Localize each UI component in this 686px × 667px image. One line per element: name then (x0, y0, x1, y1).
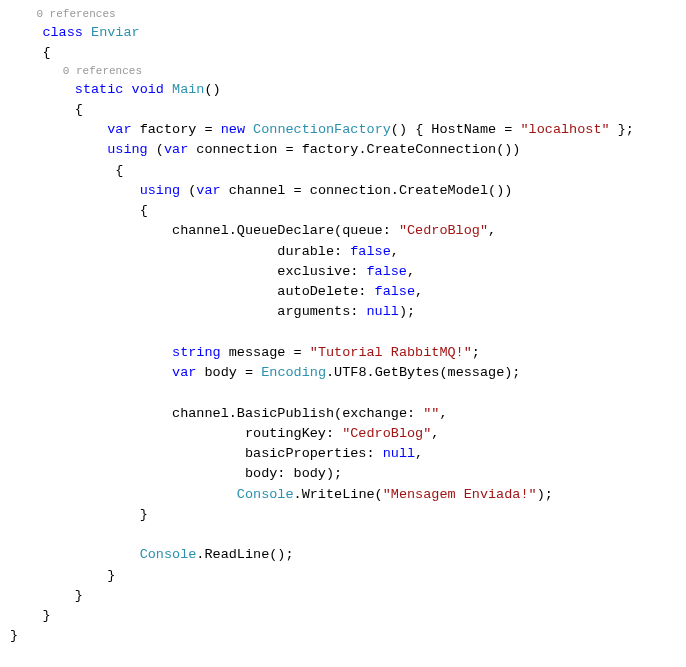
dot: . (367, 365, 375, 380)
code-line[interactable]: class Enviar (10, 23, 686, 43)
id-exclusive: exclusive (277, 264, 350, 279)
codelens-class[interactable]: 0 references (10, 6, 686, 23)
code-line[interactable]: using (var channel = connection.CreateMo… (10, 181, 686, 201)
comma: , (415, 446, 423, 461)
closer: (); (269, 547, 293, 562)
type-console: Console (237, 487, 294, 502)
string-cedro: "CedroBlog" (342, 426, 431, 441)
code-line[interactable]: Console.WriteLine("Mensagem Enviada!"); (10, 485, 686, 505)
code-line[interactable]: exclusive: false, (10, 262, 686, 282)
comma: , (415, 284, 423, 299)
method-main: Main (172, 82, 204, 97)
id-conn: connection (310, 183, 391, 198)
colon: : (383, 223, 399, 238)
eq: = (204, 122, 212, 137)
type-enviar: Enviar (91, 25, 140, 40)
code-line[interactable]: basicProperties: null, (10, 444, 686, 464)
code-line[interactable]: string message = "Tutorial RabbitMQ!"; (10, 343, 686, 363)
keyword-using: using (140, 183, 181, 198)
id-qdecl: QueueDeclare (237, 223, 334, 238)
id-message: message (229, 345, 286, 360)
id-channel: channel (229, 183, 286, 198)
colon: : (407, 406, 423, 421)
semi: ; (472, 345, 480, 360)
comma: , (439, 406, 447, 421)
code-line[interactable]: } (10, 505, 686, 525)
code-line[interactable]: durable: false, (10, 242, 686, 262)
id-autodel: autoDelete (277, 284, 358, 299)
code-line[interactable]: { (10, 201, 686, 221)
parens: ()) (488, 183, 512, 198)
id-conn: connection (196, 142, 277, 157)
colon: : (350, 304, 366, 319)
codelens-main[interactable]: 0 references (10, 63, 686, 80)
code-line[interactable]: var factory = new ConnectionFactory() { … (10, 120, 686, 140)
parens: () (204, 82, 220, 97)
id-createmodel: CreateModel (399, 183, 488, 198)
keyword-string: string (172, 345, 221, 360)
code-line[interactable]: } (10, 586, 686, 606)
colon: : (277, 466, 293, 481)
dot: . (391, 183, 399, 198)
code-line[interactable]: var body = Encoding.UTF8.GetBytes(messag… (10, 363, 686, 383)
code-line[interactable]: { (10, 43, 686, 63)
keyword-class: class (42, 25, 83, 40)
keyword-var: var (196, 183, 220, 198)
p: ( (148, 142, 164, 157)
keyword-null: null (383, 446, 415, 461)
keyword-using: using (107, 142, 148, 157)
comma: , (391, 244, 399, 259)
code-line[interactable]: } (10, 606, 686, 626)
code-line[interactable]: routingKey: "CedroBlog", (10, 424, 686, 444)
code-line[interactable]: static void Main() (10, 80, 686, 100)
code-line[interactable]: channel.BasicPublish(exchange: "", (10, 404, 686, 424)
code-line[interactable]: autoDelete: false, (10, 282, 686, 302)
dot: . (229, 406, 237, 421)
code-editor[interactable]: 0 references class Enviar { 0 references… (0, 0, 686, 653)
p: ( (375, 487, 383, 502)
eq: = (245, 365, 253, 380)
colon: : (366, 446, 382, 461)
code-line[interactable]: arguments: null); (10, 302, 686, 322)
id-createconn: CreateConnection (367, 142, 497, 157)
code-line[interactable]: channel.QueueDeclare(queue: "CedroBlog", (10, 221, 686, 241)
code-line[interactable]: { (10, 100, 686, 120)
id-channel: channel (172, 406, 229, 421)
string-mensagem: "Mensagem Enviada!" (383, 487, 537, 502)
p: ( (439, 365, 447, 380)
id-utf8: UTF8 (334, 365, 366, 380)
id-queue: queue (342, 223, 383, 238)
brace: { (140, 203, 148, 218)
code-line[interactable]: using (var connection = factory.CreateCo… (10, 140, 686, 160)
p: ( (180, 183, 196, 198)
code-line-blank[interactable] (10, 525, 686, 545)
code-line-blank[interactable] (10, 323, 686, 343)
code-line[interactable]: Console.ReadLine(); (10, 545, 686, 565)
string-localhost: "localhost" (520, 122, 609, 137)
keyword-void: void (132, 82, 164, 97)
keyword-null: null (366, 304, 398, 319)
closer: ); (537, 487, 553, 502)
brace: } (140, 507, 148, 522)
code-line[interactable]: body: body); (10, 464, 686, 484)
keyword-static: static (75, 82, 124, 97)
code-line[interactable]: } (10, 566, 686, 586)
codelens-text: 0 references (36, 8, 115, 20)
code-line[interactable]: { (10, 161, 686, 181)
parens: () { (391, 122, 432, 137)
type-console: Console (140, 547, 197, 562)
keyword-false: false (350, 244, 391, 259)
code-line[interactable]: } (10, 626, 686, 646)
brace: } (42, 608, 50, 623)
id-args: arguments (277, 304, 350, 319)
eq: = (294, 183, 302, 198)
id-hostname: HostName (431, 122, 496, 137)
keyword-false: false (366, 264, 407, 279)
id-factory: factory (302, 142, 359, 157)
code-line-blank[interactable] (10, 383, 686, 403)
dot: . (326, 365, 334, 380)
type-connfactory: ConnectionFactory (253, 122, 391, 137)
dot: . (358, 142, 366, 157)
id-getbytes: GetBytes (375, 365, 440, 380)
keyword-var: var (172, 365, 196, 380)
